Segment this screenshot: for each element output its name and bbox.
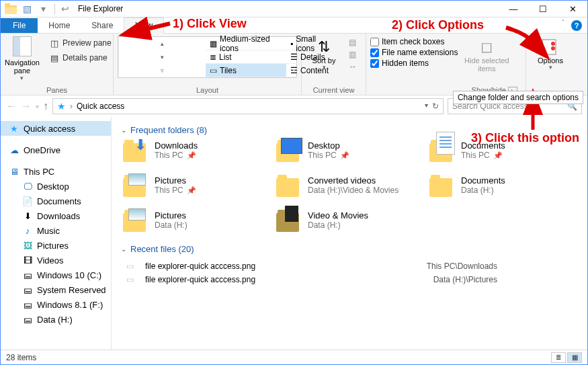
chevron-down-icon: ⌄ (121, 245, 126, 253)
quick-access-icon: ★ (57, 101, 66, 112)
tile-name: Pictures (155, 210, 187, 220)
tree-sysres[interactable]: 🖴System Reserved (1, 282, 111, 297)
size-columns-button[interactable]: ↔ (346, 60, 360, 73)
hidden-items[interactable]: Hidden items (370, 58, 458, 69)
layout-list[interactable]: ≣List (206, 50, 286, 64)
navigation-tree[interactable]: ★Quick access ☁OneDrive 🖥This PC 🖵Deskto… (1, 117, 112, 360)
tree-win81[interactable]: 🖴Windows 8.1 (F:) (1, 297, 111, 312)
breadcrumb[interactable]: Quick access (77, 102, 124, 111)
tile-path: This PC 📌 (155, 186, 196, 195)
tile-path: This PC 📌 (308, 151, 349, 160)
preview-pane-icon: ◫ (49, 38, 60, 48)
sort-by-button[interactable]: ⇅ Sort by ▾ (306, 36, 342, 73)
window-title: File Explorer (78, 4, 123, 13)
nav-recent-button[interactable]: ▾ (36, 103, 39, 110)
recent-file-name: file explorer-quick acccess.png (145, 261, 255, 271)
tree-pictures[interactable]: 🖼Pictures (1, 238, 111, 253)
tab-view[interactable]: View (124, 17, 164, 34)
tree-win10[interactable]: 🖴Windows 10 (C:) (1, 268, 111, 282)
recent-file-row[interactable]: ▭file explorer-quick acccess.pngData (H:… (121, 273, 578, 286)
preview-pane-button[interactable]: ◫ Preview pane (46, 36, 114, 50)
tile-item[interactable]: PicturesData (H:) (121, 210, 269, 235)
status-bar: 28 items ≣ ▦ (1, 350, 587, 364)
details-pane-label: Details pane (62, 53, 108, 63)
tile-name: Documents (461, 175, 505, 186)
statusbar-tiles-view-icon[interactable]: ▦ (567, 352, 582, 363)
maximize-button[interactable]: ☐ (528, 1, 558, 17)
recent-file-location: Data (H:)\Pictures (433, 275, 497, 284)
tree-music[interactable]: ♪Music (1, 223, 111, 238)
tree-quick-access[interactable]: ★Quick access (1, 121, 111, 136)
tile-item[interactable]: DesktopThis PC 📌 (274, 140, 422, 165)
address-bar[interactable]: ★ › Quick access ▾ ↻ (52, 98, 444, 114)
svg-point-5 (551, 46, 555, 50)
frequent-folders-header[interactable]: ⌄ Frequent folders (8) (121, 125, 578, 135)
pin-icon: 📌 (340, 151, 349, 159)
recent-file-location: This PC\Downloads (427, 261, 497, 271)
layout-scroll[interactable]: ▴▾▿ (118, 37, 206, 77)
nav-forward-button[interactable]: → (21, 100, 32, 112)
preview-pane-label: Preview pane (62, 38, 112, 48)
tree-desktop[interactable]: 🖵Desktop (1, 179, 111, 194)
tile-item[interactable]: PicturesThis PC 📌 (121, 175, 269, 200)
navigation-pane-button[interactable]: Navigation pane ▾ (5, 36, 40, 81)
options-button[interactable]: Options ▾ (530, 36, 571, 73)
tile-item[interactable]: ⬇DownloadsThis PC 📌 (121, 140, 269, 165)
tile-item[interactable]: DocumentsData (H:) (427, 175, 575, 200)
nav-up-button[interactable]: ↑ (43, 100, 48, 112)
options-icon (541, 38, 560, 56)
folder-icon: ⬇ (121, 140, 148, 165)
ribbon-group-showhide: Item check boxes File name extensions Hi… (366, 34, 526, 95)
qat-newfolder-icon[interactable]: ▾ (36, 1, 50, 16)
recent-file-name: file explorer-quick acccess.png (145, 275, 255, 284)
qat-properties-icon[interactable]: ▧ (19, 1, 34, 16)
details-pane-button[interactable]: ▤ Details pane (46, 51, 114, 65)
main-content: ⌄ Frequent folders (8) ⬇DownloadsThis PC… (112, 117, 587, 360)
svg-point-4 (551, 42, 555, 46)
svg-rect-1 (5, 3, 10, 6)
layout-details[interactable]: ☰Details (286, 50, 297, 64)
statusbar-details-view-icon[interactable]: ≣ (551, 352, 566, 363)
tree-videos[interactable]: 🎞Videos (1, 253, 111, 268)
layout-content[interactable]: ☲Content (286, 64, 297, 77)
minimize-button[interactable]: — (499, 1, 528, 17)
tile-path: Data (H:) (461, 186, 505, 195)
tile-item[interactable]: DocumentsThis PC 📌 (427, 140, 575, 165)
recent-file-row[interactable]: ▭file explorer-quick acccess.pngThis PC\… (121, 259, 578, 273)
qat-undo-icon[interactable]: ↩ (58, 1, 73, 16)
nav-back-button[interactable]: ← (6, 100, 17, 112)
navigation-pane-label: Navigation pane (5, 58, 40, 75)
item-check-boxes[interactable]: Item check boxes (370, 36, 458, 47)
tree-onedrive[interactable]: ☁OneDrive (1, 143, 111, 157)
minimize-ribbon-icon[interactable]: ˆ (562, 19, 564, 27)
tree-this-pc[interactable]: 🖥This PC (1, 164, 111, 179)
refresh-button[interactable]: ↻ (432, 102, 439, 111)
tile-name: Downloads (155, 140, 198, 151)
tree-datah[interactable]: 🖴Data (H:) (1, 312, 111, 327)
add-columns-button[interactable]: ▥ (346, 48, 360, 60)
layout-small-icons[interactable]: ▪Small icons (286, 37, 297, 50)
tree-downloads[interactable]: ⬇Downloads (1, 208, 111, 223)
title-bar: ▧ ▾ ↩ File Explorer — ☐ ✕ (1, 1, 587, 17)
ribbon-group-layout: ▦Medium-sized icons ▪Small icons ▴▾▿ ≣Li… (114, 34, 302, 95)
layout-tiles[interactable]: ▭Tiles (206, 64, 286, 77)
tile-item[interactable]: Video & MoviesData (H:) (274, 210, 422, 235)
tree-documents[interactable]: 📄Documents (1, 194, 111, 208)
file-icon: ▭ (121, 275, 138, 284)
address-dropdown-icon[interactable]: ▾ (425, 102, 428, 111)
tile-name: Converted videos (308, 175, 398, 186)
tab-share[interactable]: Share (81, 18, 124, 33)
group-by-button[interactable]: ▤ (346, 36, 360, 48)
close-button[interactable]: ✕ (558, 1, 587, 17)
tile-name: Video & Movies (308, 210, 368, 220)
help-icon[interactable]: ? (571, 20, 582, 31)
hide-selected-icon: ◻ (480, 38, 493, 56)
recent-files-header[interactable]: ⌄ Recent files (20) (121, 244, 578, 254)
tile-item[interactable]: Converted videosData (H:)\Video & Movies (274, 175, 422, 200)
tab-home[interactable]: Home (38, 18, 81, 33)
tab-file[interactable]: File (1, 18, 38, 33)
hide-selected-items-button[interactable]: ◻ Hide selected items (462, 36, 511, 74)
group-label-panes: Panes (5, 84, 109, 94)
file-name-extensions[interactable]: File name extensions (370, 47, 458, 58)
layout-medium-icons[interactable]: ▦Medium-sized icons (206, 37, 286, 50)
